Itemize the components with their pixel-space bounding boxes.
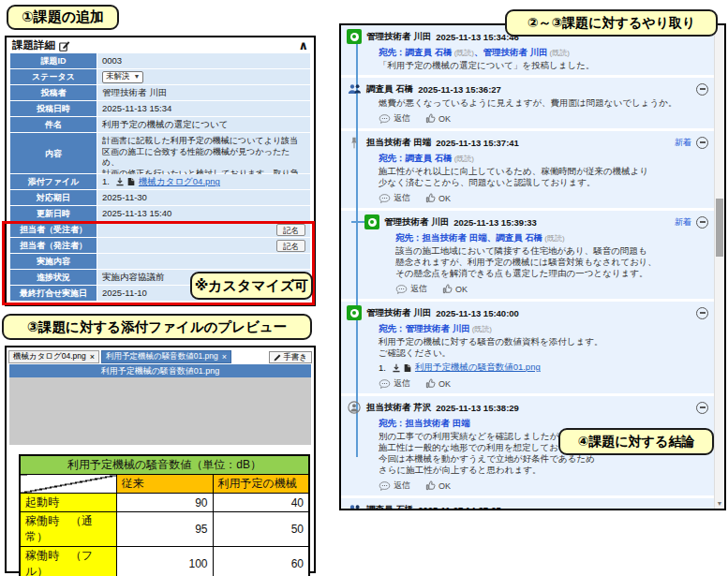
- message-conclusion: 調査員 石橋 2025-11-27 14:37:25 宛先：担当技術者 芹沢、管…: [341, 498, 714, 509]
- cell-value: 90: [116, 494, 213, 512]
- collapse-message-icon[interactable]: [696, 216, 708, 229]
- message-timestamp: 2025-11-13 15:40:00: [436, 308, 519, 318]
- row-due: 対応期日 2025-11-30: [10, 190, 310, 206]
- attachment-link[interactable]: 機械カタログ04.png: [139, 176, 220, 187]
- close-icon[interactable]: ×: [90, 352, 95, 362]
- message-comment: 担当技術者 田端 2025-11-13 15:37:41 新着 宛先：調査員 石…: [341, 131, 714, 208]
- tab-label: 利用予定機械の騒音数値01.png: [106, 351, 218, 362]
- row-assignee-contractor: 担当者（受注者） 記名: [10, 222, 310, 238]
- message-recipients: 宛先：担当技術者 田端、調査員 石橋(既読): [395, 232, 708, 244]
- status-select[interactable]: 未解決 ▼: [102, 71, 143, 83]
- collapse-message-icon[interactable]: [696, 137, 708, 149]
- attachment-preview-panel: 機械カタログ04.png × 利用予定機械の騒音数値01.png × 手書き 利…: [5, 346, 316, 573]
- attachment-link[interactable]: 利用予定機械の騒音数値01.png: [415, 362, 541, 374]
- download-icon[interactable]: [115, 177, 125, 186]
- attachment-number: 1.: [379, 362, 386, 373]
- row-status: ステータス 未解決 ▼: [10, 69, 310, 85]
- message-actions: 返信 OK: [379, 112, 708, 125]
- scrollbar-thumb[interactable]: [716, 199, 723, 257]
- row-label: 稼働時 （通常）: [20, 512, 116, 547]
- field-label: 最終打合せ実施日: [10, 286, 97, 302]
- reply-button[interactable]: 返信: [395, 283, 427, 295]
- ok-button[interactable]: OK: [425, 113, 451, 124]
- edit-icon[interactable]: [59, 40, 70, 52]
- cell-value: 100: [116, 547, 213, 576]
- issue-detail-table: 課題ID 0003 ステータス 未解決 ▼ 投稿者 管理技術者 川田 投稿日時 …: [10, 53, 310, 302]
- row-updated-at: 更新日時 2025-11-13 15:40: [10, 206, 310, 222]
- collapse-message-icon[interactable]: [696, 83, 708, 96]
- field-label: 投稿日時: [10, 101, 97, 117]
- avatar-pin-icon: [347, 135, 362, 150]
- row-action: 実施内容: [10, 254, 310, 270]
- status-selected-value: 未解決: [106, 71, 130, 82]
- message-comment: 調査員 石橋 2025-11-13 15:36:27 燃費が悪くなっているように…: [341, 78, 714, 128]
- diagonal-header-cell: [20, 475, 116, 494]
- field-label: ステータス: [10, 69, 97, 85]
- handwrite-button[interactable]: 手書き: [269, 351, 312, 363]
- tab-noise-file[interactable]: 利用予定機械の騒音数値01.png ×: [101, 350, 231, 363]
- field-label: 課題ID: [10, 53, 97, 69]
- message-recipients: 宛先：管理技術者 川田(既読): [379, 323, 708, 335]
- row-issue-id: 課題ID 0003: [10, 53, 310, 69]
- reply-button[interactable]: 返信: [379, 377, 410, 390]
- field-label: 対応期日: [10, 190, 97, 206]
- row-label: 起動時: [20, 494, 116, 512]
- collapse-chevron-icon[interactable]: ∧: [298, 41, 308, 51]
- field-value: 計画書に記載した利用予定の機械についてより該当区画の施工に合致する性能の機械が見…: [97, 133, 310, 174]
- noise-level-table: 利用予定機械の騒音数値（単位：dB） 従来 利用予定の機械 起動時 90 40 …: [19, 454, 310, 576]
- download-icon[interactable]: [392, 363, 401, 373]
- message-attachment: 1. 利用予定機械の騒音数値01.png: [379, 362, 708, 374]
- reply-button[interactable]: 返信: [379, 480, 410, 492]
- file-icon: [404, 363, 411, 373]
- avatar-people-icon: [347, 81, 362, 96]
- row-label: 稼働時 （フル）: [20, 547, 116, 576]
- message-author: 調査員 石橋: [366, 504, 413, 510]
- thread-scrollbar[interactable]: ▼: [714, 25, 724, 509]
- cell-value: 60: [213, 547, 309, 576]
- message-body: 利用予定の機械に対する騒音の数値資料を添付します。 ご確認ください。: [379, 336, 708, 359]
- field-value: 利用予定の機械の選定について: [97, 117, 310, 133]
- preview-tabbar: 機械カタログ04.png × 利用予定機械の騒音数値01.png × 手書き: [7, 347, 314, 363]
- table-row: 起動時 90 40: [20, 494, 309, 512]
- field-value: 未解決 ▼: [97, 69, 310, 85]
- message-actions: 返信 OK: [379, 480, 708, 492]
- ok-button[interactable]: OK: [425, 193, 451, 203]
- message-author: 調査員 石橋: [366, 83, 413, 96]
- ok-button[interactable]: OK: [442, 284, 468, 294]
- message-body: 燃費が悪くなっているように見えますが、費用面は問題ないでしょうか。: [379, 97, 708, 109]
- message-reply: 管理技術者 川田 2025-11-13 15:39:33 新着 宛先：担当技術者…: [341, 211, 714, 299]
- reply-button[interactable]: 返信: [379, 192, 410, 204]
- ok-button[interactable]: OK: [425, 378, 451, 389]
- message-timestamp: 2025-11-13 15:39:33: [453, 217, 537, 228]
- field-value: 記名: [97, 238, 310, 254]
- ok-button[interactable]: OK: [425, 480, 451, 491]
- scroll-down-arrow-icon[interactable]: ▼: [715, 498, 724, 509]
- tab-catalog-file[interactable]: 機械カタログ04.png ×: [8, 350, 99, 363]
- new-badge: 新着: [675, 216, 691, 229]
- sign-button[interactable]: 記名: [276, 224, 305, 236]
- chevron-down-icon: ▼: [134, 71, 141, 82]
- sign-button[interactable]: 記名: [276, 240, 305, 252]
- pencil-icon: [274, 354, 281, 362]
- field-label: 内容: [10, 133, 97, 174]
- collapse-message-icon[interactable]: [696, 307, 708, 319]
- row-poster: 投稿者 管理技術者 川田: [10, 85, 310, 101]
- reply-button[interactable]: 返信: [379, 112, 410, 125]
- file-icon: [127, 177, 135, 186]
- message-body: 「利用予定の機械の選定について」を投稿しました。: [379, 60, 708, 71]
- message-timestamp: 2025-11-13 15:37:41: [436, 138, 519, 148]
- row-body: 内容 計画書に記載した利用予定の機械についてより該当区画の施工に合致する性能の機…: [10, 133, 310, 174]
- field-label: 投稿者: [10, 85, 97, 101]
- field-label: 更新日時: [10, 206, 97, 222]
- collapse-message-icon[interactable]: [696, 402, 708, 414]
- close-icon[interactable]: ×: [222, 352, 227, 362]
- field-value: 1. 機械カタログ04.png: [97, 174, 310, 190]
- preview-image-title: 利用予定機械の騒音数値01.png: [9, 364, 311, 377]
- message-recipients: 宛先：調査員 石橋(既読): [379, 153, 708, 165]
- avatar-green-user-icon: [347, 29, 362, 44]
- field-value: [97, 254, 310, 270]
- avatar-people-icon: [347, 502, 362, 509]
- message-author: 管理技術者 川田: [366, 31, 431, 43]
- issue-detail-title: 課題詳細: [12, 38, 55, 52]
- row-assignee-orderer: 担当者（発注者） 記名: [10, 238, 310, 254]
